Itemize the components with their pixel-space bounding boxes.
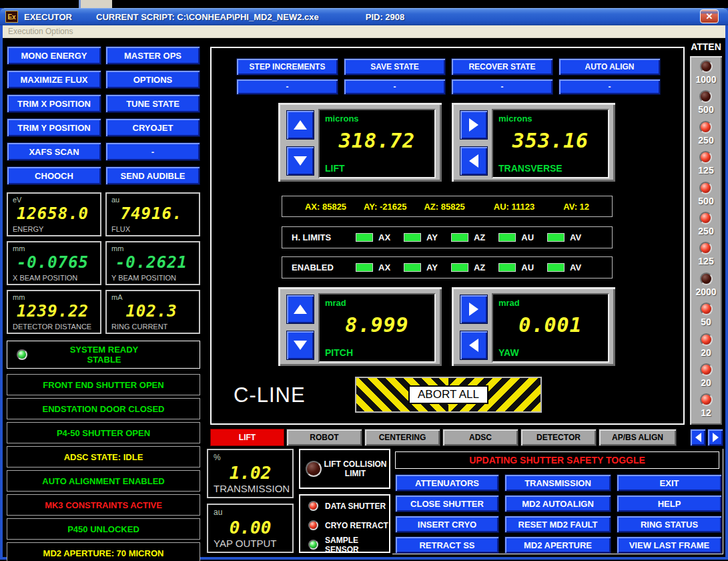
system-status-box: SYSTEM READY STABLE: [7, 341, 200, 369]
pid-label: PID: 2908: [366, 12, 405, 22]
button-recover-state[interactable]: RECOVER STATE: [451, 58, 553, 75]
button-cryojet[interactable]: CRYOJET: [105, 118, 200, 137]
y-beam-position-readout: mm -0.2621 Y BEAM POSITION: [105, 241, 200, 285]
status-endstation-door: ENDSTATION DOOR CLOSED: [7, 398, 200, 419]
button-transmission[interactable]: TRANSMISSION: [504, 474, 611, 492]
abort-all-label: ABORT ALL: [408, 385, 488, 404]
button-blank[interactable]: -: [105, 142, 200, 161]
tab-lift[interactable]: LIFT: [210, 429, 284, 446]
atten-label: 2000: [695, 287, 716, 297]
button-help[interactable]: HELP: [617, 495, 722, 512]
menu-execution-options[interactable]: Execution Options: [8, 27, 73, 36]
button-attenuators[interactable]: ATTENUATORS: [395, 474, 499, 492]
lift-down-button[interactable]: [286, 146, 314, 176]
button-auto-align[interactable]: AUTO ALIGN: [559, 58, 661, 75]
button-reset-md2-fault[interactable]: RESET MD2 FAULT: [504, 516, 611, 533]
app-icon: Ex: [5, 11, 18, 23]
digital-value: 1239.22: [8, 302, 97, 321]
tab-adsc[interactable]: ADSC: [442, 429, 518, 446]
button-step-increments[interactable]: STEP INCREMENTS: [236, 58, 338, 75]
button-save-state[interactable]: SAVE STATE: [344, 58, 446, 75]
tab-scroll-right-button[interactable]: [707, 429, 723, 446]
tab-robot[interactable]: ROBOT: [286, 429, 362, 446]
channel-label: AZ: [474, 232, 485, 242]
button-maximize-flux[interactable]: MAXIMIZE FLUX: [7, 70, 101, 89]
atten-item-500a: 500: [698, 90, 713, 120]
x-beam-position-readout: mm -0.0765 X BEAM POSITION: [7, 241, 101, 285]
pitch-up-button[interactable]: [286, 295, 314, 324]
button-send-audible[interactable]: SEND AUDIBLE: [105, 166, 200, 185]
abort-all-button[interactable]: ABORT ALL: [355, 377, 542, 413]
status-p450-shutter: P4-50 SHUTTER OPEN: [7, 422, 200, 443]
button-retract-ss[interactable]: RETRACT SS: [395, 536, 499, 554]
tab-detector[interactable]: DETECTOR: [520, 429, 597, 446]
button-view-last-frame[interactable]: VIEW LAST FRAME: [617, 536, 722, 554]
status-mk3-constraints: MK3 CONSTRAINTS ACTIVE: [7, 494, 200, 516]
close-button[interactable]: ✕: [700, 9, 719, 23]
readout-label: X BEAM POSITION: [13, 274, 77, 282]
yaw-motor-panel: mrad 0.001 YAW: [452, 287, 615, 366]
button-ring-status[interactable]: RING STATUS: [617, 516, 722, 533]
indicator-label: DATA SHUTTER: [325, 502, 386, 511]
atten-led-icon: [700, 303, 713, 315]
limit-led-icon: [356, 233, 373, 242]
status-text: ADSC STATE: IDLE: [64, 452, 143, 462]
button-chooch[interactable]: CHOOCH: [7, 166, 101, 185]
tab-apbs-align[interactable]: AP/BS ALIGN: [599, 429, 677, 446]
left-arrow-icon: [469, 154, 478, 168]
atten-led-icon: [699, 151, 712, 164]
down-arrow-icon: [294, 156, 307, 166]
transverse-right-button[interactable]: [460, 110, 488, 140]
button-md2-aperture[interactable]: MD2 APERTURE: [504, 536, 611, 554]
button-master-ops[interactable]: MASTER OPS: [105, 46, 200, 65]
unit-label: au: [111, 196, 119, 204]
button-close-shutter[interactable]: CLOSE SHUTTER: [395, 495, 499, 512]
button-blank-1[interactable]: -: [236, 79, 338, 95]
button-blank-3[interactable]: -: [451, 79, 553, 95]
status-md2-aperture: MD2 APERTURE: 70 MICRON: [7, 542, 200, 561]
limit-led-icon: [404, 233, 421, 242]
button-trim-x-position[interactable]: TRIM X POSITION: [7, 94, 101, 113]
transverse-left-button[interactable]: [460, 146, 488, 176]
tab-centering[interactable]: CENTERING: [364, 429, 440, 446]
left-arrow-icon: [469, 339, 478, 352]
unit-label: mrad: [498, 298, 520, 308]
sample-sensor-indicator: SAMPLE SENSOR: [300, 535, 389, 554]
axis-av-value: AV: 12: [563, 202, 589, 212]
transverse-display: microns 353.16 TRANSVERSE: [492, 109, 609, 178]
data-shutter-indicator: DATA SHUTTER: [300, 496, 389, 516]
channel-label: AV: [570, 262, 581, 272]
tab-scroll-left-button[interactable]: [690, 429, 706, 446]
button-md2-autoalign[interactable]: MD2 AUTOALIGN: [504, 495, 611, 512]
button-trim-y-position[interactable]: TRIM Y POSITION: [7, 118, 101, 137]
button-tune-state[interactable]: TUNE STATE: [105, 94, 200, 113]
beamline-label: C-LINE: [234, 381, 327, 410]
pitch-down-button[interactable]: [286, 331, 314, 360]
status-column: FRONT END SHUTTER OPEN ENDSTATION DOOR C…: [7, 374, 200, 561]
digital-value: 318.72: [320, 129, 434, 152]
limit-led-icon: [498, 233, 516, 242]
channel-label: AY: [426, 232, 438, 242]
lift-display: microns 318.72 LIFT: [318, 109, 436, 178]
atten-led-icon: [699, 212, 712, 224]
yaw-left-button[interactable]: [460, 331, 488, 360]
button-mono-energy[interactable]: MONO ENERGY: [7, 46, 101, 65]
button-blank-4[interactable]: -: [559, 79, 661, 95]
lift-up-button[interactable]: [286, 110, 314, 140]
channel-indicator: AX: [356, 232, 390, 242]
digital-value: 1.02: [208, 463, 292, 483]
channel-indicator: AU: [498, 232, 534, 242]
unit-label: microns: [325, 114, 359, 124]
pitch-display: mrad 8.999 PITCH: [318, 293, 436, 363]
button-exit[interactable]: EXIT: [617, 474, 722, 492]
button-blank-2[interactable]: -: [344, 79, 446, 95]
sensor-led-box: DATA SHUTTER CRYO RETRACT SAMPLE SENSOR: [299, 494, 390, 553]
up-arrow-icon: [294, 305, 307, 314]
button-xafs-scan[interactable]: XAFS SCAN: [7, 142, 101, 161]
yaw-right-button[interactable]: [460, 295, 488, 324]
flux-readout: au 74916. FLUX: [105, 192, 200, 236]
channel-label: AU: [521, 262, 534, 272]
pitch-motor-panel: mrad 8.999 PITCH: [278, 287, 442, 366]
button-insert-cryo[interactable]: INSERT CRYO: [395, 516, 499, 533]
button-options[interactable]: OPTIONS: [105, 70, 200, 89]
